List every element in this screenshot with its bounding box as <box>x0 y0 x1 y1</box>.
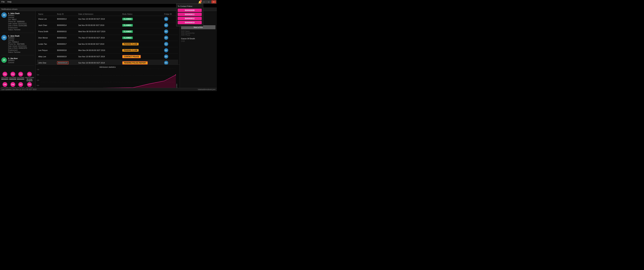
fridge-circle-f08: F08 <box>27 82 32 87</box>
fridge-circle-f05: F05 <box>2 82 7 87</box>
cause-section: Cause Of Death COD <box>181 37 216 42</box>
worker-item-1[interactable]: JD 1. Jahn Daah W00001 Coroner Sex: MALE… <box>1 12 34 33</box>
help-menu[interactable]: Help <box>7 1 12 3</box>
fridge-circle-f02: F02 <box>10 72 15 76</box>
table-row[interactable]: Abby Lee B00000019 Sun Nov 10 00:00:00 S… <box>37 53 178 60</box>
fridge-circle-f06: F06 <box>10 82 15 87</box>
file-menu[interactable]: File <box>1 1 4 3</box>
worker-item-3[interactable]: JK 3. Jim Kerr W00003 Coroner <box>1 57 34 66</box>
menubar: File Help 🔔 4 ─ □ ✕ <box>0 0 217 4</box>
status-bar: Last Updated: Sun Nov 10 16:17:45 SGT 20… <box>0 88 217 91</box>
fridge-avatar: NA <box>164 23 168 27</box>
fridge-circle-f01: F01 <box>2 72 7 76</box>
worker-id-2: W00002 <box>8 37 27 39</box>
table-row[interactable]: Fiona Smith B00000015 Wed Nov 06 00:00:0… <box>37 28 178 35</box>
col-fridge: Fridge ID <box>163 12 178 16</box>
fridge-avatar: NA <box>164 29 168 33</box>
fridge-avatar: NA <box>164 61 168 64</box>
status-badge: CLAIMED <box>122 36 133 39</box>
col-status: Body Status <box>121 12 163 16</box>
avatar-1: JD <box>1 12 7 18</box>
worker-role-3: Coroner <box>8 62 18 63</box>
cause-title: Cause Of Death <box>181 37 216 40</box>
nok-name: NOK Name <box>181 30 216 32</box>
table-row[interactable]: Jack Chan B00000014 Sat Nov 09 00:00:00 … <box>37 22 178 28</box>
center-panel: Name Body ID Date of Admission Body Stat… <box>36 11 180 91</box>
body-table: Name Body ID Date of Admission Body Stat… <box>37 12 178 64</box>
status-badge-contact-police: CONTACT POLICE <box>122 55 140 58</box>
fridge-avatar: NA <box>164 36 168 40</box>
status-badge: CLAIMED <box>122 24 133 26</box>
workers-list: JD 1. Jahn Daah W00001 Coroner Sex: MALE… <box>0 11 36 70</box>
fridge-cell-f01[interactable]: F01 OCCUPIED B00000001 <box>1 72 8 81</box>
col-name: Name <box>37 12 56 16</box>
worker-info-2: 2. Jane Daah W00002 Coroner Sex: FEMALE … <box>8 35 27 53</box>
worker-info-1: 1. Jahn Daah W00001 Coroner Sex: MALE Ph… <box>8 12 27 31</box>
popup-badge-3[interactable]: B00000019 <box>178 21 202 24</box>
worker-id-1: W00001 <box>8 14 27 16</box>
left-column: JD 1. Jahn Daah W00001 Coroner Sex: MALE… <box>0 11 36 91</box>
fridge-cell-f03[interactable]: F03 OCCUPIED B00000003 <box>17 72 24 81</box>
worker-info-3: 3. Jim Kerr W00003 Coroner <box>8 57 18 63</box>
avatar-3: JK <box>1 57 7 63</box>
worker-role-1: Coroner <box>8 16 27 18</box>
col-bodyid: Body ID <box>56 12 77 16</box>
cause-value: COD <box>181 40 216 42</box>
table-row[interactable]: Lester Tan B00000017 Sat Nov 02 00:00:00… <box>37 41 178 47</box>
popup-title: To Contact Police: <box>178 5 202 7</box>
chart-inner: Fri, 1/11/19 Sat, 2/11/19 Sun, 3/11/19 M… <box>40 69 176 89</box>
minimize-button[interactable]: ─ <box>202 0 206 3</box>
status-right: :\data\addressbook.json <box>198 88 216 90</box>
chart-svg <box>40 69 176 89</box>
nok-section: Next of Kin NOK Name NOK Relationship NO… <box>181 25 216 36</box>
fridge-avatar: NA <box>164 54 168 58</box>
chart-container: 7.5 5.0 2.5 0.0 <box>37 69 178 89</box>
fridge-circle-f03: F03 <box>18 72 23 76</box>
status-badge-pending-police: PENDING POLICE REPORT <box>122 61 148 64</box>
avatar-2: JD <box>1 35 7 40</box>
chart-title: Admission statistics <box>37 66 178 68</box>
worker-role-2: Coroner <box>8 39 27 41</box>
notification-bell[interactable]: 🔔 4 <box>198 0 202 4</box>
close-button[interactable]: ✕ <box>212 0 216 3</box>
table-row[interactable]: Dion Morse B00000016 Thu Nov 07 00:00:00… <box>37 35 178 41</box>
status-badge: PENDING CLAIM <box>122 49 138 52</box>
worker-name-2: 2. Jane Daah <box>8 35 27 37</box>
chart-section: Admission statistics 7.5 5.0 2.5 0.0 <box>36 64 180 91</box>
status-left: Last Updated: Sun Nov 10 16:17:45 SGT 20… <box>1 88 36 90</box>
table-row[interactable]: Lee Peiyun B00000018 Mon Nov 04 00:00:00… <box>37 47 178 53</box>
fridge-cell-f04[interactable]: F04 UNOCCUPIED No body assigned <box>25 72 34 81</box>
fridge-circle-f07: F07 <box>18 82 23 87</box>
body-table-section: Name Body ID Date of Admission Body Stat… <box>36 11 180 64</box>
status-badge: CLAIMED <box>122 30 133 33</box>
worker-name-1: 1. Jahn Daah <box>8 12 27 14</box>
maximize-button[interactable]: □ <box>206 0 211 3</box>
fridge-circle-f04: F04 <box>27 72 32 76</box>
col-admission: Date of Admission <box>77 12 121 16</box>
worker-name-3: 3. Jim Kerr <box>8 57 18 59</box>
nok-relationship: NOK Relationship <box>181 32 216 34</box>
notification-popup: To Contact Police: B00000009 B00000011 B… <box>176 4 203 26</box>
fridge-cell-f02[interactable]: F02 OCCUPIED B00000002 <box>9 72 16 81</box>
y-axis-label: Number <box>176 69 178 89</box>
svg-marker-4 <box>40 75 176 89</box>
worker-item-2[interactable]: JD 2. Jane Daah W00002 Coroner Sex: FEMA… <box>1 35 34 55</box>
fridge-avatar: NA <box>164 42 168 46</box>
table-row[interactable]: Diana Lee B00000013 Sun Nov 10 00:00:00 … <box>37 16 178 22</box>
popup-badge-1[interactable]: B00000011 <box>178 13 202 16</box>
table-row-john-doe[interactable]: John Doe B00000020 Sun Nov 10 00:00:00 S… <box>37 60 178 65</box>
fridge-grid: F01 OCCUPIED B00000001 F02 OCCUPIED B000… <box>1 72 34 90</box>
status-badge: CLAIMED <box>122 18 133 20</box>
worker-id-3: W00003 <box>8 60 18 61</box>
nok-phone: NOK Phone <box>181 34 216 36</box>
popup-badge-0[interactable]: B00000009 <box>178 9 202 12</box>
highlighted-body-id: B00000020 <box>57 61 68 64</box>
popup-badge-2[interactable]: B00000012 <box>178 17 202 20</box>
fridge-avatar: NA <box>164 17 168 21</box>
fridge-avatar: NA <box>164 48 168 52</box>
status-badge: PENDING CLAIM <box>122 43 138 45</box>
